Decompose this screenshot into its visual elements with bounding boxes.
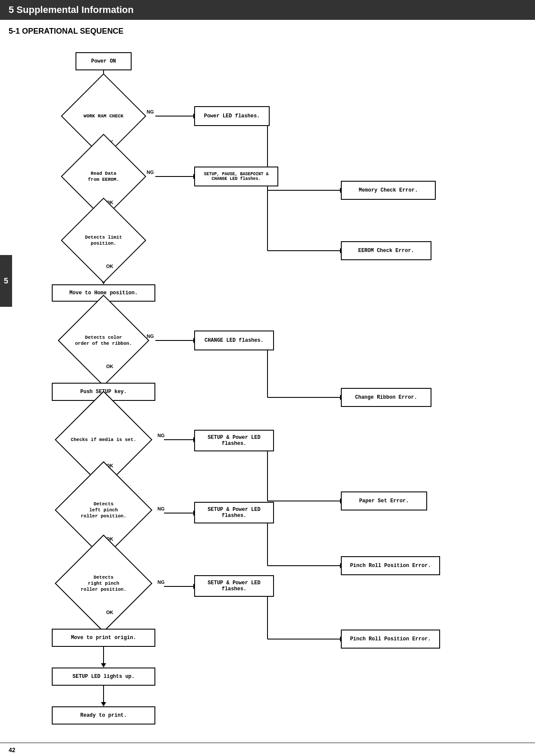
node-power-led-flashes-1: Power LED flashes. (194, 106, 270, 126)
setup-power-led-3-text: SETUP & Power LED flashes. (208, 580, 260, 592)
ok-label-7: OK (106, 610, 113, 615)
node-ready-to-print: Ready to print. (52, 706, 155, 724)
memory-check-error-text: Memory Check Error. (359, 187, 418, 193)
node-detects-right-pinch: Detects right pinch roller position. (43, 555, 164, 611)
node-setup-led-lights-up: SETUP LED lights up. (52, 668, 155, 686)
read-data-eerom-text: Read Data from EEROM. (88, 170, 120, 183)
work-ram-check-text: WORK RAM CHECK (84, 113, 123, 119)
ng-label-2: NG (147, 170, 154, 175)
eerom-check-error-text: EEROM Check Error. (358, 248, 414, 254)
section-title-text: 5-1 OPERATIONAL SEQUENCE (9, 27, 123, 35)
node-setup-power-led-2: SETUP & Power LED flashes. (194, 502, 274, 523)
ng-label-3: NG (147, 334, 154, 339)
power-on-text: Power ON (91, 58, 116, 64)
ng-label-5: NG (157, 506, 165, 511)
page-header: 5 Supplemental Information (0, 0, 535, 20)
node-paper-set-error: Paper Set Error. (341, 491, 427, 510)
ready-to-print-text: Ready to print. (80, 712, 127, 718)
detects-color-text: Detects color order of the ribbon. (75, 334, 132, 347)
page-number: 42 (9, 747, 16, 753)
node-pinch-roll-error-2: Pinch Roll Position Error. (341, 630, 440, 649)
section-title: 5-1 OPERATIONAL SEQUENCE (0, 20, 535, 39)
node-setup-power-led-1: SETUP & Power LED flashes. (194, 430, 274, 451)
svg-marker-53 (101, 702, 106, 706)
pinch-roll-error-2-text: Pinch Roll Position Error. (350, 636, 431, 642)
header-title: 5 Supplemental Information (9, 4, 134, 15)
ng-label-1: NG (147, 109, 154, 114)
ok-label-3: OK (106, 264, 113, 269)
node-pinch-roll-error-1: Pinch Roll Position Error. (341, 556, 440, 575)
setup-pause-basepoint-text: SETUP, PAUSE, BASEPOINT & CHANGE LED fla… (204, 172, 268, 181)
node-change-ribbon-error: Change Ribbon Error. (341, 388, 431, 407)
change-ribbon-error-text: Change Ribbon Error. (355, 394, 417, 400)
node-work-ram-check: WORK RAM CHECK (52, 94, 155, 138)
move-print-origin-text: Move to print origin. (71, 635, 136, 641)
flowchart: Power ON WORK RAM CHECK NG OK Power LED … (9, 39, 526, 738)
change-led-flashes-text: CHANGE LED flashes. (205, 337, 264, 343)
ng-label-6: NG (157, 580, 165, 585)
svg-marker-51 (101, 663, 106, 668)
ok-label-4: OK (106, 364, 113, 369)
detects-right-pinch-text: Detects right pinch roller position. (81, 574, 126, 593)
checks-media-text: Checks if media is set. (71, 437, 136, 443)
node-power-on: Power ON (76, 52, 132, 70)
detects-limit-text: Detects limit position. (85, 234, 122, 247)
node-eerom-check-error: EEROM Check Error. (341, 241, 431, 260)
detects-left-pinch-text: Detects left pinch roller position. (81, 501, 126, 520)
setup-power-led-2-text: SETUP & Power LED flashes. (208, 507, 260, 519)
pinch-roll-error-1-text: Pinch Roll Position Error. (350, 563, 431, 569)
node-setup-pause-basepoint: SETUP, PAUSE, BASEPOINT & CHANGE LED fla… (194, 167, 278, 186)
power-led-flashes-1-text: Power LED flashes. (204, 113, 260, 119)
node-setup-power-led-3: SETUP & Power LED flashes. (194, 575, 274, 597)
paper-set-error-text: Paper Set Error. (359, 498, 409, 504)
node-detects-left-pinch: Detects left pinch roller position. (43, 482, 164, 538)
node-move-print-origin: Move to print origin. (52, 629, 155, 647)
setup-power-led-1-text: SETUP & Power LED flashes. (208, 435, 260, 447)
node-detects-color: Detects color order of the ribbon. (52, 319, 155, 362)
node-read-data-eerom: Read Data from EEROM. (52, 155, 155, 198)
side-number-text: 5 (4, 277, 8, 286)
node-checks-media: Checks if media is set. (43, 418, 164, 461)
ng-label-4: NG (157, 433, 165, 438)
setup-led-lights-up-text: SETUP LED lights up. (72, 674, 135, 680)
node-change-led-flashes: CHANGE LED flashes. (194, 331, 274, 350)
node-memory-check-error: Memory Check Error. (341, 181, 436, 200)
node-detects-limit: Detects limit position. (52, 219, 155, 262)
